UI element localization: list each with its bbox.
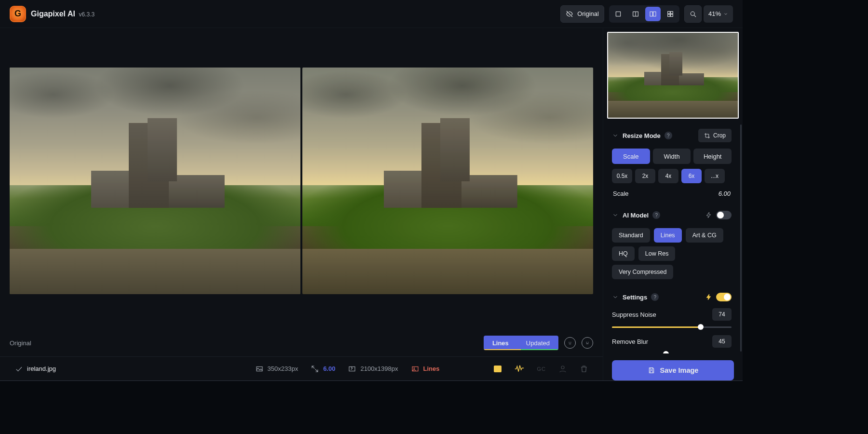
chevron-down-icon bbox=[723, 12, 728, 16]
smile-icon bbox=[567, 339, 573, 346]
slider-remove-blur: Remove Blur 45 bbox=[612, 335, 732, 353]
model-info: Lines bbox=[411, 365, 440, 373]
chevron-down-icon[interactable] bbox=[612, 212, 619, 218]
image-result bbox=[302, 68, 593, 294]
svg-point-9 bbox=[691, 12, 694, 15]
view-side-by-side-button[interactable] bbox=[645, 7, 661, 21]
model-lines[interactable]: Lines bbox=[654, 228, 682, 243]
svg-rect-0 bbox=[616, 12, 620, 16]
bolt-icon bbox=[705, 294, 712, 300]
viewer-canvas[interactable] bbox=[0, 28, 603, 329]
model-auto-toggle[interactable] bbox=[716, 211, 732, 219]
svg-rect-7 bbox=[668, 14, 670, 16]
crop-label: Crop bbox=[713, 132, 726, 139]
resize-title: Resize Mode bbox=[623, 132, 661, 139]
header: G Gigapixel AI v6.3.3 Original bbox=[0, 0, 743, 28]
blur-slider[interactable] bbox=[612, 351, 732, 353]
blur-label: Remove Blur bbox=[612, 338, 648, 345]
preset-4x[interactable]: 4x bbox=[658, 169, 678, 183]
viewport-result[interactable] bbox=[302, 68, 593, 294]
view-split-button[interactable] bbox=[628, 7, 643, 21]
feedback-happy-button[interactable] bbox=[564, 337, 576, 349]
gc-label: GC bbox=[537, 366, 546, 372]
help-icon[interactable]: ? bbox=[652, 211, 660, 219]
save-icon bbox=[648, 366, 655, 374]
output-size-icon bbox=[348, 365, 356, 373]
svg-rect-3 bbox=[650, 12, 652, 16]
app-version: v6.3.3 bbox=[79, 11, 95, 18]
check-icon bbox=[14, 365, 23, 373]
noise-slider[interactable] bbox=[612, 324, 732, 330]
model-label: Lines bbox=[423, 365, 440, 372]
preset-...x[interactable]: ...x bbox=[705, 169, 725, 183]
svg-rect-5 bbox=[668, 11, 670, 14]
color-swatch-icon[interactable] bbox=[494, 366, 502, 372]
original-toggle-label: Original bbox=[577, 10, 599, 17]
tab-scale[interactable]: Scale bbox=[612, 149, 650, 164]
noise-value: 74 bbox=[712, 308, 732, 321]
model-low-res[interactable]: Low Res bbox=[638, 246, 676, 261]
view-single-button[interactable] bbox=[610, 7, 626, 21]
noise-label: Suppress Noise bbox=[612, 311, 656, 318]
bolt-icon bbox=[705, 212, 712, 218]
svg-rect-8 bbox=[671, 14, 673, 16]
save-label: Save Image bbox=[660, 366, 699, 374]
help-icon[interactable]: ? bbox=[651, 293, 659, 301]
orig-dims: 350x233px bbox=[255, 365, 298, 373]
navigator-thumbnail[interactable] bbox=[607, 32, 739, 119]
zoom-fit-button[interactable] bbox=[684, 5, 702, 23]
zoom-value: 41% bbox=[708, 10, 721, 17]
model-hq[interactable]: HQ bbox=[612, 246, 635, 261]
split-vertical-icon bbox=[632, 10, 639, 18]
file-item[interactable]: ireland.jpg bbox=[14, 365, 56, 373]
result-badge-status: Updated bbox=[526, 339, 550, 347]
tab-height[interactable]: Height bbox=[693, 149, 732, 164]
audio-waveform-icon[interactable] bbox=[514, 364, 525, 374]
image-warning-icon bbox=[411, 365, 420, 373]
viewport-left-label: Original bbox=[10, 339, 478, 347]
svg-rect-4 bbox=[653, 12, 656, 16]
svg-point-14 bbox=[588, 342, 588, 343]
blur-value: 45 bbox=[712, 335, 732, 348]
person-icon[interactable] bbox=[558, 365, 567, 373]
image-size-icon bbox=[255, 365, 264, 373]
feedback-neutral-button[interactable] bbox=[582, 337, 593, 349]
settings-title: Settings bbox=[623, 294, 647, 301]
zoom-dropdown[interactable]: 41% bbox=[704, 5, 733, 23]
preset-0.5x[interactable]: 0.5x bbox=[612, 169, 632, 183]
preset-6x[interactable]: 6x bbox=[681, 169, 702, 183]
tab-width[interactable]: Width bbox=[653, 149, 691, 164]
view-grid-button[interactable] bbox=[663, 7, 678, 21]
model-art-cg[interactable]: Art & CG bbox=[686, 228, 723, 243]
app-window: G Gigapixel AI v6.3.3 Original bbox=[0, 0, 743, 381]
model-very-compressed[interactable]: Very Compressed bbox=[612, 265, 673, 279]
orig-dims-value: 350x233px bbox=[268, 365, 298, 372]
preset-2x[interactable]: 2x bbox=[635, 169, 655, 183]
chevron-down-icon[interactable] bbox=[612, 294, 619, 300]
resize-tabs: Scale Width Height bbox=[612, 149, 732, 164]
trash-icon[interactable] bbox=[580, 365, 588, 373]
svg-point-13 bbox=[586, 342, 587, 343]
original-toggle-button[interactable]: Original bbox=[560, 5, 604, 23]
crop-button[interactable]: Crop bbox=[698, 129, 732, 142]
out-dims: 2100x1398px bbox=[348, 365, 398, 373]
scale-value: 6.00 bbox=[323, 365, 335, 372]
svg-point-20 bbox=[561, 366, 564, 369]
file-bar: ireland.jpg 350x233px 6.00 2100x1398px bbox=[0, 356, 603, 380]
svg-line-10 bbox=[694, 15, 696, 16]
side-by-side-icon bbox=[649, 10, 657, 18]
meh-icon bbox=[584, 339, 591, 346]
app-name: Gigapixel AI bbox=[31, 10, 75, 18]
help-icon[interactable]: ? bbox=[665, 132, 672, 139]
scrollbar[interactable] bbox=[740, 124, 742, 352]
viewport-original[interactable] bbox=[10, 68, 300, 294]
save-image-button[interactable]: Save Image bbox=[612, 360, 734, 380]
main-area: Original Lines Updated bbox=[0, 28, 603, 380]
scale-value-display: 6.00 bbox=[719, 190, 731, 197]
viewer: Original Lines Updated bbox=[0, 28, 603, 356]
section-settings: Settings ? Suppress Noise 74 bbox=[603, 284, 740, 353]
settings-auto-toggle[interactable] bbox=[716, 293, 732, 301]
chevron-down-icon[interactable] bbox=[612, 132, 619, 139]
result-badge-model: Lines bbox=[492, 339, 509, 347]
model-standard[interactable]: Standard bbox=[612, 228, 650, 243]
